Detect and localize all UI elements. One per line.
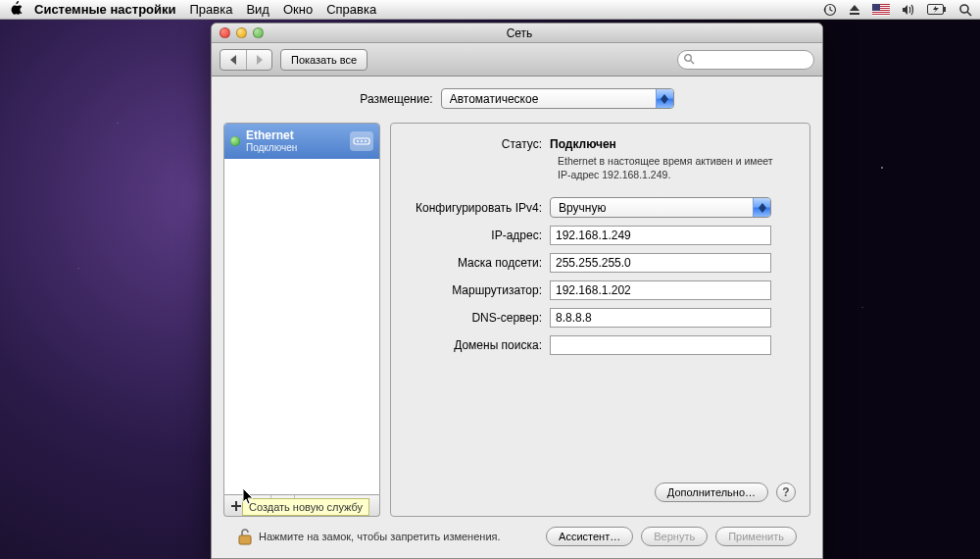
show-all-button[interactable]: Показать все <box>280 49 368 71</box>
svg-point-5 <box>685 54 692 61</box>
footer: Нажмите на замок, чтобы запретить измене… <box>223 517 810 558</box>
subnet-label: Маска подсети: <box>405 256 550 270</box>
nav-back-forward <box>220 49 272 71</box>
service-name: Ethernet <box>246 129 344 142</box>
content: Размещение: Автоматическое Ethernet Под <box>212 76 822 558</box>
svg-point-9 <box>365 140 367 142</box>
toolbar: Показать все <box>212 43 822 76</box>
lock-open-icon <box>237 528 253 545</box>
chevron-updown-icon <box>656 89 673 108</box>
apple-menu[interactable] <box>10 1 23 19</box>
dns-label: DNS-сервер: <box>405 311 550 325</box>
search-domains-input[interactable] <box>550 335 771 355</box>
dns-input[interactable] <box>550 308 771 328</box>
input-source-flag[interactable] <box>872 4 890 16</box>
eject-icon[interactable] <box>849 4 860 16</box>
ip-label: IP-адрес: <box>405 229 550 242</box>
search-icon <box>683 53 695 67</box>
tooltip-create-service: Создать новую службу <box>242 498 369 516</box>
chevron-updown-icon <box>753 198 770 217</box>
lock-button[interactable]: Нажмите на замок, чтобы запретить измене… <box>237 528 501 545</box>
status-dot-icon <box>230 136 240 146</box>
configure-ipv4-value: Вручную <box>551 201 753 215</box>
svg-rect-3 <box>944 7 946 12</box>
ip-input[interactable] <box>550 226 771 245</box>
svg-point-7 <box>357 140 359 142</box>
spotlight-icon[interactable] <box>958 3 972 17</box>
volume-icon[interactable] <box>902 4 915 16</box>
lock-text: Нажмите на замок, чтобы запретить измене… <box>259 531 501 542</box>
window-network-prefs: Сеть Показать все Размещение: Автоматиче… <box>211 23 823 559</box>
menubar: Системные настройки Правка Вид Окно Спра… <box>0 0 980 20</box>
svg-rect-12 <box>239 535 251 544</box>
service-status: Подключен <box>246 142 344 153</box>
revert-button[interactable]: Вернуть <box>641 527 708 546</box>
configure-ipv4-select[interactable]: Вручную <box>550 197 771 218</box>
router-input[interactable] <box>550 280 771 300</box>
apply-button[interactable]: Применить <box>715 527 797 546</box>
search-domains-label: Домены поиска: <box>405 338 550 352</box>
help-button[interactable]: ? <box>776 483 796 502</box>
back-button[interactable] <box>220 50 246 70</box>
svg-point-4 <box>960 5 968 13</box>
status-label: Статус: <box>405 137 550 151</box>
svg-rect-1 <box>850 13 859 15</box>
status-value: Подключен <box>550 137 796 151</box>
menu-edit[interactable]: Правка <box>190 2 233 17</box>
subnet-input[interactable] <box>550 253 771 273</box>
app-name[interactable]: Системные настройки <box>34 2 176 17</box>
location-value: Автоматическое <box>442 92 656 106</box>
battery-icon[interactable] <box>927 4 947 15</box>
search-input[interactable] <box>677 50 814 70</box>
service-list[interactable]: Ethernet Подключен <box>223 123 380 495</box>
advanced-button[interactable]: Дополнительно… <box>655 483 768 502</box>
menu-window[interactable]: Окно <box>283 2 313 17</box>
assistant-button[interactable]: Ассистент… <box>546 527 633 546</box>
location-label: Размещение: <box>360 92 432 106</box>
status-note: Ethernet в настоящее время активен и име… <box>558 155 783 181</box>
location-select[interactable]: Автоматическое <box>441 88 674 109</box>
menu-view[interactable]: Вид <box>246 2 270 17</box>
router-label: Маршрутизатор: <box>405 283 550 297</box>
service-item-ethernet[interactable]: Ethernet Подключен <box>224 124 379 159</box>
window-title: Сеть <box>217 26 822 40</box>
configure-ipv4-label: Конфигурировать IPv4: <box>405 201 550 215</box>
forward-button[interactable] <box>246 50 271 70</box>
sidebar: Ethernet Подключен <box>223 123 380 517</box>
ethernet-icon <box>350 131 373 151</box>
menu-help[interactable]: Справка <box>326 2 376 17</box>
search-field-wrap <box>677 50 814 70</box>
titlebar[interactable]: Сеть <box>212 24 822 43</box>
detail-pane: Статус: Подключен Ethernet в настоящее в… <box>390 123 810 517</box>
svg-point-8 <box>361 140 363 142</box>
time-machine-icon[interactable] <box>823 3 837 17</box>
